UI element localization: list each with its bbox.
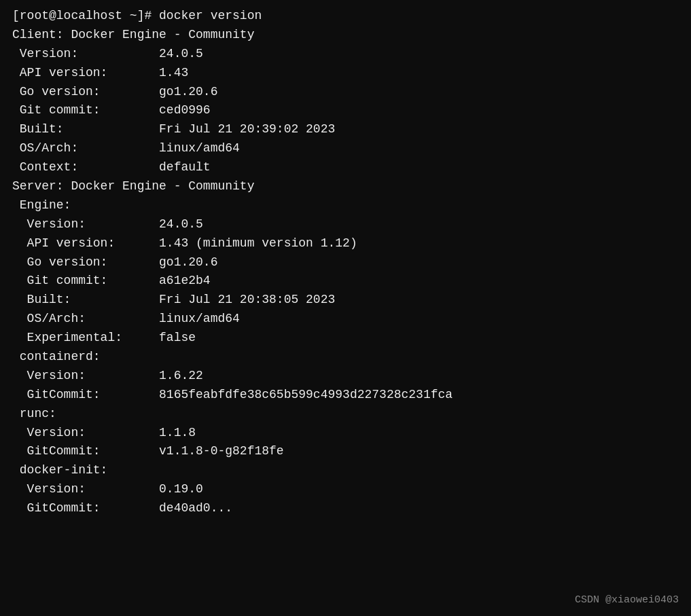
terminal-line: Version: 24.0.5 [12, 45, 679, 64]
terminal-line: GitCommit: de40ad0... [12, 499, 679, 518]
terminal-line: Client: Docker Engine - Community [12, 26, 679, 45]
terminal-line: Built: Fri Jul 21 20:39:02 2023 [12, 120, 679, 139]
terminal-line: OS/Arch: linux/amd64 [12, 139, 679, 158]
terminal-line: API version: 1.43 (minimum version 1.12) [12, 234, 679, 253]
terminal-line: docker-init: [12, 461, 679, 480]
terminal-line: Experimental: false [12, 329, 679, 348]
terminal-line: Built: Fri Jul 21 20:38:05 2023 [12, 291, 679, 310]
terminal-line: OS/Arch: linux/amd64 [12, 310, 679, 329]
terminal-line: Version: 0.19.0 [12, 480, 679, 499]
terminal-line: containerd: [12, 348, 679, 367]
terminal-line: GitCommit: v1.1.8-0-g82f18fe [12, 442, 679, 461]
terminal-line: Git commit: ced0996 [12, 101, 679, 120]
terminal-line: Go version: go1.20.6 [12, 83, 679, 102]
terminal-line: GitCommit: 8165feabfdfe38c65b599c4993d22… [12, 386, 679, 405]
terminal-window: [root@localhost ~]# docker versionClient… [0, 0, 691, 616]
terminal-line: API version: 1.43 [12, 64, 679, 83]
terminal-line: Context: default [12, 158, 679, 177]
terminal-line: Go version: go1.20.6 [12, 253, 679, 272]
terminal-line: Version: 1.1.8 [12, 424, 679, 443]
terminal-line: Git commit: a61e2b4 [12, 272, 679, 291]
terminal-line: runc: [12, 405, 679, 424]
terminal-line: Server: Docker Engine - Community [12, 177, 679, 196]
watermark: CSDN @xiaowei0403 [575, 592, 679, 608]
terminal-line: Version: 1.6.22 [12, 367, 679, 386]
terminal-line: Version: 24.0.5 [12, 215, 679, 234]
terminal-output: [root@localhost ~]# docker versionClient… [12, 7, 679, 518]
terminal-line: [root@localhost ~]# docker version [12, 7, 679, 26]
terminal-line: Engine: [12, 196, 679, 215]
